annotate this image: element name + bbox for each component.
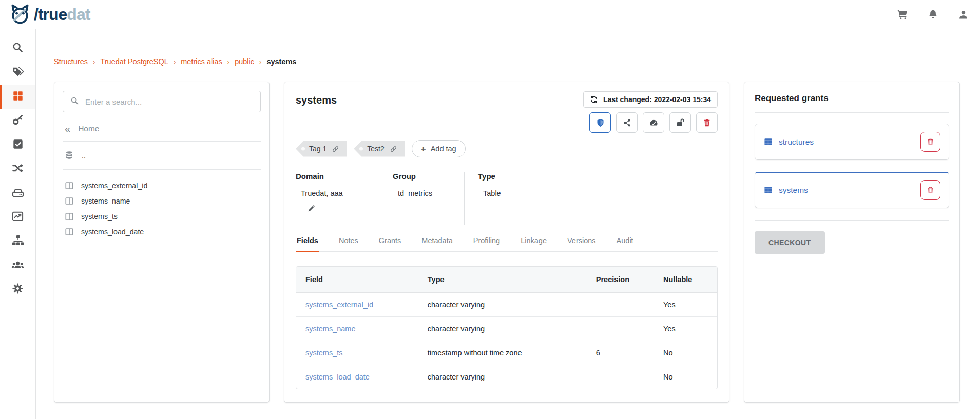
field-list-item[interactable]: systems_external_id [63, 178, 261, 193]
tab-notes[interactable]: Notes [338, 236, 359, 251]
field-name: systems_load_date [81, 228, 144, 236]
shuffle-icon [12, 162, 24, 176]
grant-item-label: structures [779, 137, 814, 147]
sidebar-item-users[interactable] [0, 253, 35, 277]
tab-linkage[interactable]: Linkage [520, 236, 548, 251]
grant-structure-link[interactable]: structures [763, 137, 814, 147]
field-nullable: Yes [654, 317, 717, 341]
tab-metadata[interactable]: Metadata [420, 236, 453, 251]
delete-structure-button[interactable] [696, 112, 718, 133]
app-logo[interactable]: /truedat [8, 3, 90, 26]
edit-domain-button[interactable] [307, 205, 315, 213]
columns-icon [65, 212, 74, 221]
table-icon [763, 186, 773, 194]
remove-grant-button[interactable] [920, 132, 940, 152]
fields-table: Field Type Precision Nullable systems_ex… [296, 266, 718, 389]
field-link[interactable]: systems_name [305, 325, 356, 333]
breadcrumb-link[interactable]: Truedat PostgreSQL [100, 57, 168, 66]
divider [63, 141, 261, 142]
last-changed-label: Last changed: 2022-02-03 15:34 [603, 95, 711, 104]
field-link[interactable]: systems_external_id [305, 301, 373, 309]
chevron-double-left-icon: « [65, 124, 70, 134]
link-icon[interactable] [390, 145, 397, 153]
plus-icon: + [421, 145, 426, 153]
tab-grants[interactable]: Grants [378, 236, 402, 251]
sidebar-item-structures[interactable] [0, 85, 35, 109]
table-row: systems_name character varying Yes [296, 317, 717, 341]
field-list-item[interactable]: systems_load_date [63, 224, 261, 240]
field-nullable: Yes [654, 293, 717, 317]
field-list-item[interactable]: systems_ts [63, 209, 261, 224]
trash-icon [927, 137, 934, 146]
sidebar-item-tags[interactable] [0, 61, 35, 85]
user-icon[interactable] [958, 9, 969, 20]
sidebar-item-lineage[interactable] [0, 157, 35, 181]
add-tag-label: Add tag [431, 145, 456, 153]
hdd-icon [12, 186, 24, 201]
breadcrumb-link[interactable]: public [235, 57, 254, 66]
group-value: td_metrics [393, 189, 451, 197]
breadcrumb-link[interactable]: Structures [54, 57, 88, 66]
sidebar-item-taxonomy[interactable] [0, 229, 35, 253]
breadcrumb-separator: › [93, 58, 95, 66]
wordmark: /truedat [34, 6, 90, 23]
home-label: Home [78, 124, 99, 133]
breadcrumb-current: systems [266, 57, 296, 66]
field-nullable: No [654, 341, 717, 365]
domain-label: Domain [296, 172, 366, 181]
field-link[interactable]: systems_load_date [305, 373, 370, 381]
trash-icon [927, 186, 934, 194]
search-input[interactable] [85, 97, 253, 106]
breadcrumb-separator: › [259, 58, 261, 66]
remove-grant-button[interactable] [920, 180, 940, 200]
home-nav-item[interactable]: « Home [65, 124, 261, 134]
tag-label: Test2 [367, 145, 384, 153]
breadcrumb-separator: › [174, 58, 176, 66]
last-changed-chip[interactable]: Last changed: 2022-02-03 15:34 [583, 91, 718, 108]
protect-button[interactable] [589, 112, 611, 133]
link-icon[interactable] [332, 145, 339, 153]
gear-icon [12, 283, 24, 296]
sidebar-item-keys[interactable] [0, 109, 35, 133]
profiling-button[interactable] [643, 112, 664, 133]
parent-structure-item[interactable]: .. [65, 151, 261, 160]
tab-versions[interactable]: Versions [566, 236, 597, 251]
field-precision [587, 293, 654, 317]
sidebar-item-quality[interactable] [0, 133, 35, 157]
sidebar-item-search[interactable] [0, 36, 35, 61]
tab-fields[interactable]: Fields [296, 236, 319, 252]
tab-audit[interactable]: Audit [616, 236, 635, 251]
field-list-item[interactable]: systems_name [63, 193, 261, 209]
breadcrumb-separator: › [227, 58, 229, 66]
grant-systems-link[interactable]: systems [763, 186, 808, 195]
pencil-icon [307, 205, 315, 213]
breadcrumb-link[interactable]: metrics alias [181, 57, 222, 66]
unlock-button[interactable] [669, 112, 691, 133]
type-value: Table [478, 189, 704, 197]
column-header-type: Type [418, 267, 587, 293]
detail-tabs: Fields Notes Grants Metadata Profiling L… [296, 236, 718, 252]
search-icon [70, 96, 79, 107]
field-link[interactable]: systems_ts [305, 349, 343, 357]
sidebar-item-systems[interactable] [0, 181, 35, 205]
structure-nav-panel: « Home .. [54, 82, 270, 403]
tag-chip[interactable]: Test2 [354, 141, 405, 157]
grid-icon [12, 90, 24, 104]
add-tag-button[interactable]: + Add tag [412, 140, 466, 157]
tag-chip[interactable]: Tag 1 [296, 141, 347, 157]
bell-icon[interactable] [928, 9, 938, 20]
column-header-nullable: Nullable [654, 267, 717, 293]
tag-label: Tag 1 [309, 145, 326, 153]
sidebar-item-settings[interactable] [0, 277, 35, 302]
tab-profiling[interactable]: Profiling [472, 236, 501, 251]
share-button[interactable] [616, 112, 638, 133]
topbar: /truedat [0, 0, 980, 29]
owl-logo-icon [8, 3, 32, 26]
checkout-button[interactable]: CHECKOUT [755, 231, 825, 254]
divider [755, 112, 949, 113]
sidebar-item-dashboards[interactable] [0, 205, 35, 229]
field-precision: 6 [587, 341, 654, 365]
table-row: systems_load_date character varying No [296, 365, 717, 389]
field-precision [587, 365, 654, 389]
cart-icon[interactable] [897, 9, 908, 20]
